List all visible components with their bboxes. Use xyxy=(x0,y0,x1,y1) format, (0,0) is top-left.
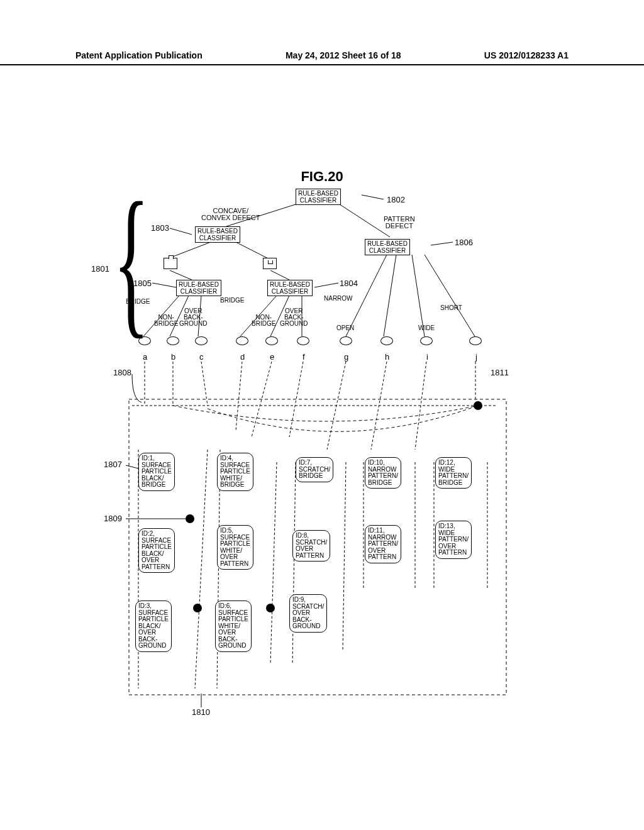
ref-1809: 1809 xyxy=(104,514,122,523)
svg-line-36 xyxy=(270,462,277,663)
letter-j: j xyxy=(475,352,477,362)
leaf-i xyxy=(420,336,433,345)
diagram-container: RULE-BASEDCLASSIFIER RULE-BASEDCLASSIFIE… xyxy=(75,185,566,739)
over-bg-label-2: OVERBACK-GROUND xyxy=(280,308,308,327)
convex-icon xyxy=(164,258,177,269)
concave-icon xyxy=(263,258,277,269)
ref-1801: 1801 xyxy=(91,264,109,274)
letter-c: c xyxy=(199,352,204,362)
wide-label: WIDE xyxy=(418,325,435,331)
leaf-f xyxy=(297,336,309,345)
bridge-label-2: BRIDGE xyxy=(220,297,244,304)
letter-h: h xyxy=(385,352,389,362)
svg-line-28 xyxy=(371,362,387,450)
leaf-h xyxy=(380,336,393,345)
header-center: May 24, 2012 Sheet 16 of 18 xyxy=(286,50,401,60)
svg-line-2 xyxy=(170,242,211,258)
nonbridge-label-2: NON-BRIDGE xyxy=(252,314,275,327)
ref-1808: 1808 xyxy=(113,368,131,377)
svg-line-13 xyxy=(384,255,396,336)
ref-1806: 1806 xyxy=(455,238,473,247)
ref-1802: 1802 xyxy=(387,195,405,204)
svg-line-43 xyxy=(126,465,138,468)
idbox-8: ID:8,SCRATCH/OVERPATTERN xyxy=(292,530,330,562)
open-label: OPEN xyxy=(336,325,354,331)
dot-1809 xyxy=(186,514,194,523)
brace-1801: { xyxy=(113,178,150,344)
leaf-b xyxy=(167,336,179,345)
idbox-9: ID:9,SCRATCH/OVERBACK-GROUND xyxy=(289,594,327,633)
classifier-1805: RULE-BASEDCLASSIFIER xyxy=(176,280,221,296)
classifier-1806: RULE-BASEDCLASSIFIER xyxy=(365,239,410,255)
letter-e: e xyxy=(270,352,274,362)
svg-line-29 xyxy=(415,362,426,450)
ref-1807: 1807 xyxy=(104,460,122,469)
classifier-1802: RULE-BASEDCLASSIFIER xyxy=(296,189,341,205)
svg-line-5 xyxy=(270,270,289,280)
leaf-c xyxy=(195,336,208,345)
idbox-2: ID:2,SURFACEPARTICLEBLACK/OVERPATTERN xyxy=(138,528,175,573)
pattern-defect-label: PATTERNDEFECT xyxy=(384,216,415,230)
leaf-j xyxy=(469,336,482,345)
svg-line-23 xyxy=(201,362,208,406)
leaf-d xyxy=(236,336,248,345)
idbox-11: ID:11,NARROWPATTERN/OVERPATTERN xyxy=(365,525,401,563)
svg-line-24 xyxy=(236,362,242,431)
svg-line-34 xyxy=(195,450,208,689)
svg-line-16 xyxy=(362,195,384,199)
idbox-10: ID:10,NARROWPATTERN/BRIDGE xyxy=(365,457,401,489)
ref-1803: 1803 xyxy=(151,223,169,233)
classifier-1804: RULE-BASEDCLASSIFIER xyxy=(267,280,313,296)
dot-row3-col2 xyxy=(266,604,275,612)
short-label: SHORT xyxy=(440,305,462,311)
dot-row3-col1 xyxy=(193,604,202,612)
over-bg-label-1: OVERBACK-GROUND xyxy=(179,308,207,327)
svg-line-4 xyxy=(170,270,192,280)
idbox-13: ID:13,WIDEPATTERN/OVERPATTERN xyxy=(435,521,472,559)
ref-1804: 1804 xyxy=(340,279,358,288)
idbox-6: ID:6,SURFACEPARTICLEWHITE/OVERBACK-GROUN… xyxy=(215,600,252,652)
idbox-12: ID:12,WIDEPATTERN/BRIDGE xyxy=(435,457,472,489)
idbox-3: ID:3,SURFACEPARTICLEBLACK/OVERBACK-GROUN… xyxy=(135,600,172,652)
ref-1811: 1811 xyxy=(491,368,509,377)
letter-g: g xyxy=(344,352,348,362)
idbox-4: ID:4,SURFACEPARTICLEWHITE/BRIDGE xyxy=(217,453,253,491)
nonbridge-label-1: NON-BRIDGE xyxy=(154,314,178,327)
idbox-7: ID:7,SCRATCH/BRIDGE xyxy=(296,457,333,482)
idbox-5: ID:5,SURFACEPARTICLEWHITE/OVERPATTERN xyxy=(217,525,253,570)
header-right: US 2012/0128233 A1 xyxy=(484,50,569,60)
letter-f: f xyxy=(303,352,305,362)
svg-line-20 xyxy=(431,242,453,245)
svg-line-19 xyxy=(314,283,338,287)
svg-line-18 xyxy=(152,283,176,287)
svg-line-17 xyxy=(170,228,192,235)
dot-1811 xyxy=(474,401,482,410)
ref-1810: 1810 xyxy=(192,707,210,717)
svg-line-1 xyxy=(340,204,390,237)
svg-line-27 xyxy=(327,362,346,450)
leaf-e xyxy=(265,336,278,345)
narrow-label: NARROW xyxy=(324,296,353,302)
svg-line-38 xyxy=(343,462,346,651)
classifier-1803: RULE-BASEDCLASSIFIER xyxy=(195,226,240,243)
leaf-g xyxy=(340,336,352,345)
header-left: Patent Application Publication xyxy=(75,50,203,60)
letter-d: d xyxy=(240,352,245,362)
letter-i: i xyxy=(426,352,428,362)
idbox-1: ID:1,SURFACEPARTICLEBLACK/BRIDGE xyxy=(138,453,175,491)
figure-title: FIG.20 xyxy=(0,169,644,185)
letter-a: a xyxy=(143,352,147,362)
svg-line-26 xyxy=(289,362,303,437)
svg-line-25 xyxy=(252,362,272,437)
svg-line-37 xyxy=(292,462,296,663)
svg-line-3 xyxy=(236,242,270,260)
letter-b: b xyxy=(171,352,175,362)
concave-convex-label: CONCAVE/CONVEX DEFECT xyxy=(201,208,260,221)
